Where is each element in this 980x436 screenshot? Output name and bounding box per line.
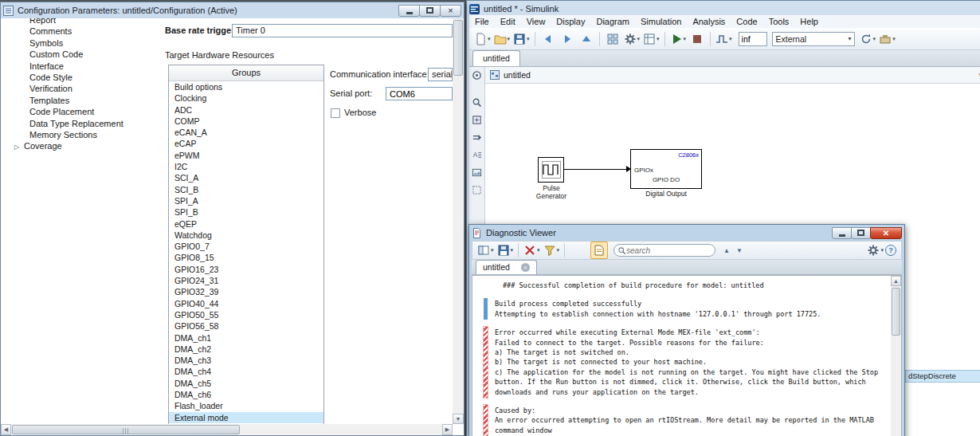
group-item[interactable]: DMA_ch2 bbox=[169, 344, 323, 355]
refresh-button[interactable] bbox=[859, 30, 877, 48]
help-button[interactable]: ? bbox=[885, 245, 896, 256]
diagnostic-viewer-titlebar[interactable]: Diagnostic Viewer ✕ bbox=[472, 226, 902, 240]
menu-help[interactable]: Help bbox=[794, 15, 824, 28]
hide-browser-icon[interactable] bbox=[470, 69, 484, 82]
group-item[interactable]: DMA_ch3 bbox=[169, 355, 323, 366]
config-tree-item[interactable]: ▷Coverage bbox=[1, 140, 157, 151]
save-model-button[interactable] bbox=[512, 30, 531, 48]
config-tree-item[interactable]: Code Style bbox=[1, 72, 157, 83]
stop-button[interactable] bbox=[688, 30, 706, 48]
group-item[interactable]: Flash_loader bbox=[169, 400, 323, 411]
model-settings-gear-button[interactable] bbox=[623, 30, 641, 48]
direction-icon[interactable] bbox=[470, 131, 484, 144]
config-tree-item[interactable]: Memory Sections bbox=[1, 129, 157, 140]
menu-tools[interactable]: Tools bbox=[763, 15, 795, 28]
config-tree-item[interactable]: Report bbox=[1, 18, 157, 26]
scroll-down-button[interactable]: ▼ bbox=[453, 414, 464, 424]
group-item[interactable]: eQEP bbox=[169, 218, 323, 230]
group-item[interactable]: GPIO8_15 bbox=[169, 252, 323, 263]
config-tree-item[interactable]: Custom Code bbox=[1, 49, 157, 60]
maximize-button[interactable] bbox=[851, 227, 871, 239]
find-previous-button[interactable]: ▲ bbox=[720, 245, 733, 256]
diagnostic-messages-area[interactable]: ### Successful completion of build proce… bbox=[472, 275, 902, 436]
find-next-button[interactable]: ▼ bbox=[733, 245, 746, 256]
model-explorer-button[interactable] bbox=[642, 30, 661, 48]
minimize-button[interactable] bbox=[832, 227, 852, 239]
scroll-up-button[interactable]: ▲ bbox=[891, 276, 901, 286]
group-item[interactable]: SPI_B bbox=[169, 206, 323, 218]
diagnostic-tab-untitled[interactable]: untitled × bbox=[476, 260, 537, 274]
maximize-button[interactable] bbox=[419, 5, 441, 17]
group-item[interactable]: Build options bbox=[169, 81, 323, 92]
search-box[interactable] bbox=[613, 244, 715, 257]
signal-line[interactable] bbox=[564, 169, 627, 170]
group-item[interactable]: GPIO0_7 bbox=[169, 241, 323, 252]
menu-display[interactable]: Display bbox=[551, 15, 590, 28]
group-item[interactable]: SPI_A bbox=[169, 195, 323, 206]
highlight-stage-toggle[interactable] bbox=[590, 242, 608, 259]
group-item[interactable]: GPIO56_58 bbox=[169, 320, 323, 332]
scrollbar-thumb[interactable] bbox=[453, 20, 463, 76]
fit-to-view-icon[interactable] bbox=[470, 113, 484, 127]
gpio-digital-output-block[interactable]: C2806x GPIOx GPIO DO bbox=[630, 149, 702, 189]
pulse-generator-block[interactable] bbox=[538, 157, 564, 183]
group-item[interactable]: ePWM bbox=[169, 150, 323, 161]
group-item[interactable]: GPIO50_55 bbox=[169, 309, 323, 320]
up-to-parent-button[interactable] bbox=[578, 30, 595, 48]
diagnostic-vertical-scrollbar[interactable]: ▲ bbox=[891, 276, 901, 436]
group-item[interactable]: Clocking bbox=[169, 92, 323, 104]
solver-status-fragment[interactable]: dStepDiscrete bbox=[905, 370, 980, 383]
scrollbar-thumb[interactable] bbox=[892, 288, 900, 336]
new-model-button[interactable] bbox=[473, 30, 492, 48]
group-item[interactable]: eCAP bbox=[169, 138, 323, 149]
group-item[interactable]: ADC bbox=[169, 104, 323, 116]
comm-interface-combo[interactable]: serial bbox=[428, 68, 453, 81]
group-item[interactable]: DMA_ch5 bbox=[169, 378, 323, 389]
simulation-display-button[interactable] bbox=[715, 30, 733, 48]
scroll-right-button[interactable]: ▶ bbox=[442, 424, 453, 435]
group-item[interactable]: COMP bbox=[169, 116, 323, 127]
config-tree-item[interactable]: Templates bbox=[1, 95, 157, 106]
menu-code[interactable]: Code bbox=[731, 15, 762, 28]
group-item[interactable]: GPIO40_44 bbox=[169, 298, 323, 309]
search-input[interactable] bbox=[626, 246, 706, 255]
close-button[interactable]: × bbox=[440, 5, 461, 17]
expand-arrow-icon[interactable]: ▷ bbox=[14, 142, 24, 153]
run-button[interactable] bbox=[669, 30, 688, 48]
clear-messages-button[interactable] bbox=[523, 242, 541, 259]
config-tree-item[interactable]: Comments bbox=[1, 26, 157, 37]
group-item[interactable]: SCI_B bbox=[169, 184, 323, 195]
config-tree-item[interactable]: Symbols bbox=[1, 37, 157, 49]
group-item[interactable]: DMA_ch1 bbox=[169, 332, 323, 344]
save-log-button[interactable] bbox=[496, 242, 515, 259]
build-button[interactable] bbox=[878, 30, 896, 48]
minimize-button[interactable] bbox=[398, 5, 420, 17]
config-titlebar[interactable]: Configuration Parameters: untitled/Confi… bbox=[3, 3, 461, 18]
back-button[interactable] bbox=[539, 30, 557, 48]
model-tab-untitled[interactable]: untitled bbox=[472, 50, 520, 66]
zoom-icon[interactable] bbox=[470, 96, 484, 109]
filter-button[interactable] bbox=[543, 242, 561, 259]
group-item[interactable]: External mode bbox=[169, 412, 323, 423]
config-tree-item[interactable]: Code Placement bbox=[1, 106, 157, 117]
base-rate-combo[interactable]: Timer 0 bbox=[232, 24, 453, 37]
group-item[interactable]: eCAN_A bbox=[169, 127, 323, 138]
scrollbar-thumb[interactable] bbox=[12, 425, 240, 434]
annotation-icon[interactable]: A bbox=[470, 148, 484, 162]
settings-gear-button[interactable] bbox=[866, 242, 884, 259]
group-item[interactable]: GPIO32_39 bbox=[169, 286, 323, 297]
library-browser-button[interactable] bbox=[604, 30, 621, 48]
layout-button[interactable] bbox=[476, 242, 495, 259]
simulation-mode-select[interactable]: External▾ bbox=[772, 32, 855, 46]
scroll-left-button[interactable]: ◀ bbox=[1, 424, 11, 435]
verbose-checkbox[interactable] bbox=[331, 108, 340, 118]
config-vertical-scrollbar[interactable]: ▼ bbox=[453, 18, 464, 424]
menu-edit[interactable]: Edit bbox=[495, 15, 521, 28]
menu-analysis[interactable]: Analysis bbox=[687, 15, 731, 28]
forward-button[interactable] bbox=[559, 30, 576, 48]
config-tree-item[interactable]: Interface bbox=[1, 61, 157, 72]
group-item[interactable]: DMA_ch4 bbox=[169, 366, 323, 377]
group-item[interactable]: DMA_ch6 bbox=[169, 389, 323, 400]
menu-view[interactable]: View bbox=[521, 15, 551, 28]
config-horizontal-scrollbar[interactable]: ◀ ▶ bbox=[1, 424, 453, 435]
